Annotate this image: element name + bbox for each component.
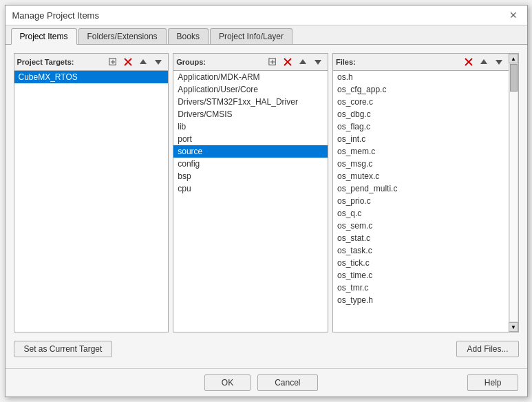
delete-icon — [124, 58, 132, 66]
files-panel: Files: — [332, 53, 519, 332]
groups-delete-button[interactable] — [281, 56, 295, 68]
list-item[interactable]: os_sem.c — [333, 220, 509, 232]
bottom-right-buttons: Add Files... — [456, 341, 518, 357]
project-targets-list: CubeMX_RTOS — [14, 71, 169, 332]
title-bar: Manage Project Items ✕ — [6, 6, 527, 25]
project-targets-panel: Project Targets: — [14, 53, 169, 332]
project-targets-delete-button[interactable] — [121, 56, 135, 68]
list-item[interactable]: os_type.h — [333, 294, 509, 306]
groups-up-button[interactable] — [296, 56, 310, 68]
scroll-track[interactable] — [509, 63, 518, 322]
up-icon — [139, 58, 147, 66]
list-item[interactable]: os_prio.c — [333, 195, 509, 207]
footer-center-buttons: OK Cancel — [204, 374, 318, 391]
panels-area: Project Targets: — [14, 53, 519, 332]
svg-marker-16 — [480, 59, 487, 64]
svg-marker-12 — [299, 59, 306, 64]
new-icon — [109, 57, 117, 67]
bottom-left-buttons: Set as Current Target — [14, 341, 113, 357]
list-item[interactable]: Application/MDK-ARM — [173, 71, 328, 83]
list-item[interactable]: port — [173, 133, 328, 145]
footer-right-buttons: Help — [467, 374, 519, 391]
set-as-current-target-button[interactable]: Set as Current Target — [14, 341, 113, 357]
files-up-button[interactable] — [477, 56, 491, 68]
down-icon — [495, 58, 503, 66]
files-down-button[interactable] — [492, 56, 506, 68]
svg-marker-5 — [140, 59, 147, 64]
files-scrollbar[interactable]: ▲ ▼ — [509, 54, 518, 332]
tab-project-items[interactable]: Project Items — [11, 28, 77, 45]
list-item[interactable]: os_int.c — [333, 133, 509, 145]
list-item[interactable]: CubeMX_RTOS — [14, 71, 169, 83]
groups-title: Groups: — [176, 58, 264, 66]
project-targets-title: Project Targets: — [17, 58, 105, 66]
list-item[interactable]: os_msg.c — [333, 158, 509, 170]
bottom-action-bar: Set as Current Target Add Files... — [14, 338, 519, 360]
list-item[interactable]: os_dbg.c — [333, 108, 509, 120]
scroll-up-arrow[interactable]: ▲ — [509, 54, 518, 63]
project-targets-new-button[interactable] — [106, 56, 120, 68]
files-list-container: Files: — [333, 54, 509, 332]
list-item[interactable]: os_time.c — [333, 269, 509, 282]
groups-panel: Groups: — [173, 53, 328, 332]
list-item[interactable]: os_cfg_app.c — [333, 83, 509, 96]
groups-new-button[interactable] — [266, 56, 279, 68]
footer: OK Cancel Help — [6, 368, 527, 396]
list-item[interactable]: os_core.c — [333, 96, 509, 108]
files-list: os.hos_cfg_app.cos_core.cos_dbg.cos_flag… — [333, 71, 509, 332]
list-item[interactable]: os_tmr.c — [333, 282, 509, 294]
delete-icon — [284, 58, 292, 66]
list-item[interactable]: os_task.c — [333, 244, 509, 257]
list-item[interactable]: source — [173, 145, 328, 158]
project-targets-up-button[interactable] — [136, 56, 150, 68]
list-item[interactable]: config — [173, 158, 328, 170]
list-item[interactable]: os_q.c — [333, 207, 509, 220]
svg-marker-17 — [496, 60, 502, 65]
tab-books[interactable]: Books — [168, 28, 209, 44]
tabs-container: Project Items Folders/Extensions Books P… — [6, 25, 527, 45]
list-item[interactable]: Application/User/Core — [173, 83, 328, 96]
list-item[interactable]: os_pend_multi.c — [333, 182, 509, 195]
list-item[interactable]: os_flag.c — [333, 120, 509, 133]
project-targets-header: Project Targets: — [14, 54, 169, 71]
list-item[interactable]: Drivers/CMSIS — [173, 108, 328, 120]
files-header: Files: — [333, 54, 509, 71]
ok-button[interactable]: OK — [204, 374, 251, 391]
svg-marker-13 — [315, 60, 321, 65]
list-item[interactable]: os_mutex.c — [333, 170, 509, 182]
close-button[interactable]: ✕ — [507, 10, 520, 21]
project-targets-down-button[interactable] — [151, 56, 165, 68]
delete-icon — [465, 58, 473, 66]
cancel-button[interactable]: Cancel — [257, 374, 317, 391]
scroll-down-arrow[interactable]: ▼ — [509, 322, 518, 332]
groups-down-button[interactable] — [311, 56, 325, 68]
list-item[interactable]: os_tick.c — [333, 257, 509, 269]
tab-folders-extensions[interactable]: Folders/Extensions — [78, 28, 167, 44]
list-item[interactable]: Drivers/STM32F1xx_HAL_Driver — [173, 96, 328, 108]
files-title: Files: — [336, 58, 460, 66]
groups-header: Groups: — [173, 54, 328, 71]
svg-marker-6 — [155, 60, 162, 65]
up-icon — [299, 58, 307, 66]
down-icon — [314, 58, 322, 66]
add-files-button[interactable]: Add Files... — [456, 341, 518, 357]
main-content: Project Targets: — [6, 45, 527, 368]
tab-project-info-layer[interactable]: Project Info/Layer — [210, 28, 292, 44]
list-item[interactable]: os_stat.c — [333, 232, 509, 244]
list-item[interactable]: lib — [173, 120, 328, 133]
list-item[interactable]: os.h — [333, 71, 509, 83]
dialog-title: Manage Project Items — [12, 10, 99, 21]
help-button[interactable]: Help — [467, 374, 519, 391]
up-icon — [480, 58, 488, 66]
manage-project-items-dialog: Manage Project Items ✕ Project Items Fol… — [5, 5, 528, 397]
scroll-thumb[interactable] — [510, 64, 518, 92]
files-delete-button[interactable] — [462, 56, 476, 68]
new-icon — [268, 57, 277, 67]
down-icon — [154, 58, 162, 66]
list-item[interactable]: bsp — [173, 170, 328, 182]
list-item[interactable]: cpu — [173, 182, 328, 195]
list-item[interactable]: os_mem.c — [333, 145, 509, 158]
groups-list: Application/MDK-ARMApplication/User/Core… — [173, 71, 328, 332]
